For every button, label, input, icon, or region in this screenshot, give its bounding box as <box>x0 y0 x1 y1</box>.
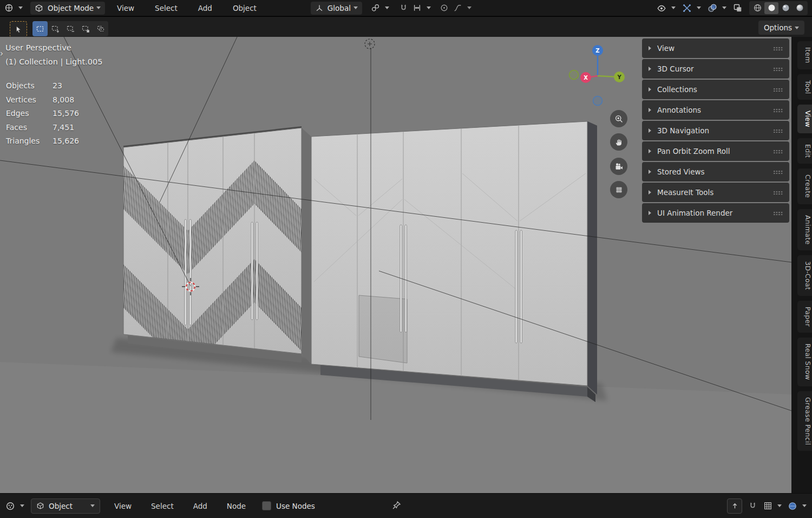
overlays-select[interactable] <box>788 501 807 511</box>
solid-shading-button[interactable] <box>764 2 778 14</box>
options-dropdown[interactable]: Options <box>758 21 804 35</box>
panel-pan-orbit-zoom-roll[interactable]: Pan Orbit Zoom Roll <box>642 141 789 161</box>
material-shading-icon <box>781 3 790 12</box>
cabinet-left[interactable] <box>123 126 302 373</box>
cabinet-right[interactable] <box>311 121 597 402</box>
use-nodes-label: Use Nodes <box>276 502 315 510</box>
chevron-down-icon <box>467 7 472 9</box>
shader-type-select[interactable]: Object <box>31 498 100 514</box>
editor-type-button[interactable] <box>4 3 23 12</box>
object-visibility-select[interactable] <box>657 3 676 13</box>
gizmo-icon <box>682 3 692 13</box>
axis-neg-z-ball[interactable] <box>593 96 603 106</box>
grip-dots-icon[interactable] <box>773 191 783 195</box>
panel-expand-icon <box>649 128 651 133</box>
tab-view[interactable]: View <box>797 105 812 133</box>
menu-select[interactable]: Select <box>149 502 176 510</box>
use-nodes-control[interactable]: Use Nodes <box>262 501 315 510</box>
tab-tool[interactable]: Tool <box>797 74 812 100</box>
tab-3d-coat[interactable]: 3D-Coat <box>797 255 812 296</box>
tab-create[interactable]: Create <box>797 169 812 204</box>
transform-orientation-select[interactable]: Global <box>311 2 362 15</box>
axis-z-ball[interactable]: Z <box>592 45 603 56</box>
pivot-point-select[interactable] <box>371 3 389 12</box>
panel-collections[interactable]: Collections <box>642 80 789 99</box>
select-box-invert-button[interactable] <box>78 21 93 36</box>
chevron-down-icon <box>671 7 676 9</box>
panel-view[interactable]: View <box>642 38 789 58</box>
rendered-shading-button[interactable] <box>793 2 807 14</box>
menu-node[interactable]: Node <box>225 502 248 510</box>
select-box-intersect-button[interactable] <box>93 21 108 36</box>
tab-paper[interactable]: Paper <box>797 301 812 333</box>
pin-icon <box>391 500 402 510</box>
panel-stored-views[interactable]: Stored Views <box>642 162 789 182</box>
panel-3d-cursor[interactable]: 3D Cursor <box>642 59 789 79</box>
chevron-down-icon <box>18 7 23 9</box>
axis-y-ball[interactable]: Y <box>614 72 625 82</box>
gizmos-select[interactable] <box>682 3 701 13</box>
chevron-down-icon <box>427 7 431 9</box>
panel-ui-animation-render[interactable]: UI Animation Render <box>642 203 789 223</box>
tab-real-snow[interactable]: Real Snow <box>797 338 812 386</box>
menu-add[interactable]: Add <box>196 4 214 12</box>
menu-add[interactable]: Add <box>191 502 209 510</box>
proportional-editing-button[interactable] <box>440 3 449 12</box>
tweak-tool-button[interactable] <box>10 21 27 37</box>
navigation-gizmo[interactable]: Z X Y <box>563 42 632 112</box>
tab-animate[interactable]: Animate <box>797 209 812 250</box>
3d-viewport[interactable]: › User Perspective (1) Collection | Ligh… <box>0 37 791 493</box>
perspective-toggle-button[interactable] <box>610 181 627 198</box>
panel-3d-navigation[interactable]: 3D Navigation <box>642 121 789 140</box>
axis-x-ball[interactable]: X <box>580 72 591 83</box>
axes-icon <box>315 4 324 12</box>
grip-dots-icon[interactable] <box>773 150 783 153</box>
tab-grease-pencil[interactable]: Grease Pencil <box>797 391 812 451</box>
light-empty-gizmo[interactable] <box>365 39 375 49</box>
pan-button[interactable] <box>610 133 627 151</box>
snap-toggle-button[interactable] <box>399 3 408 12</box>
grip-dots-icon[interactable] <box>773 108 783 112</box>
editor-type-button[interactable] <box>5 501 24 511</box>
menu-view[interactable]: View <box>112 502 134 510</box>
select-box-icon <box>96 24 105 33</box>
camera-view-button[interactable] <box>610 158 627 175</box>
menu-object[interactable]: Object <box>231 4 259 12</box>
use-nodes-checkbox[interactable] <box>262 501 271 510</box>
grip-dots-icon[interactable] <box>773 211 783 215</box>
tab-edit[interactable]: Edit <box>797 138 812 164</box>
grip-dots-icon[interactable] <box>773 47 783 50</box>
material-shading-button[interactable] <box>778 2 793 14</box>
grip-dots-icon[interactable] <box>773 170 783 174</box>
xray-toggle-button[interactable] <box>733 3 743 13</box>
falloff-select[interactable] <box>453 3 472 12</box>
menu-view[interactable]: View <box>115 4 136 12</box>
overlays-select[interactable] <box>708 3 726 13</box>
toolbar-toggle-arrow[interactable]: › <box>0 49 3 59</box>
magnet-icon <box>399 3 408 12</box>
grip-dots-icon[interactable] <box>773 129 783 133</box>
axis-neg-y-ball[interactable] <box>569 70 579 80</box>
panel-annotations[interactable]: Annotations <box>642 100 789 120</box>
snap-toggle-button[interactable] <box>748 501 757 510</box>
zoom-icon <box>614 114 624 124</box>
zoom-button[interactable] <box>610 110 627 127</box>
snap-grid-select[interactable] <box>763 501 782 510</box>
svg-text:X: X <box>584 75 588 81</box>
viewer-sphere-icon <box>788 501 797 511</box>
menu-select[interactable]: Select <box>153 4 180 12</box>
panel-measureit-tools[interactable]: MeasureIt Tools <box>642 183 789 202</box>
snap-settings-select[interactable] <box>412 3 431 12</box>
svg-text:Y: Y <box>617 74 621 80</box>
grip-dots-icon[interactable] <box>773 88 783 92</box>
select-box-new-button[interactable] <box>32 21 48 36</box>
pin-button[interactable] <box>391 500 402 510</box>
wireframe-shading-button[interactable] <box>750 2 764 14</box>
select-box-extend-button[interactable] <box>48 21 63 36</box>
tab-item[interactable]: Item <box>797 41 812 69</box>
panel-expand-icon <box>649 108 651 112</box>
mode-select[interactable]: Object Mode <box>30 2 105 15</box>
grip-dots-icon[interactable] <box>773 67 783 71</box>
parent-node-button[interactable] <box>727 498 742 514</box>
select-box-subtract-button[interactable] <box>63 21 78 36</box>
